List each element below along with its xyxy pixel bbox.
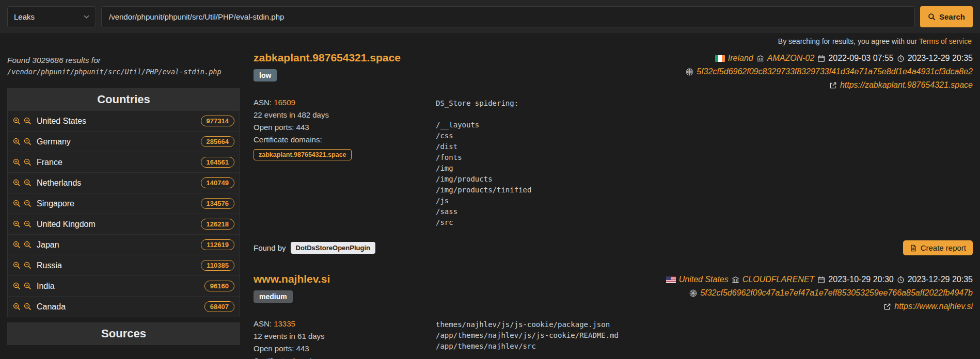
zoom-in-icon[interactable] xyxy=(13,138,21,145)
external-link-icon xyxy=(883,303,891,311)
country-name: Japan xyxy=(37,240,198,250)
zoom-out-icon[interactable] xyxy=(24,200,31,207)
fingerprint-link[interactable]: 5f32cf5d6962f09c47a1e7ef47a1e7eff8530532… xyxy=(700,286,973,300)
certificate-domains-label: Certificate domains: xyxy=(254,135,436,144)
result-body-text: DS_Store spidering: /__layouts /css /dis… xyxy=(436,98,531,228)
search-button-label: Search xyxy=(939,12,965,21)
country-flag-icon xyxy=(666,276,676,283)
calendar-icon xyxy=(817,276,825,284)
country-flag-icon xyxy=(715,55,725,62)
country-row: Netherlands 140749 xyxy=(8,172,240,193)
zoom-out-icon[interactable] xyxy=(24,262,31,269)
zoom-in-icon[interactable] xyxy=(13,200,21,207)
zoom-in-icon[interactable] xyxy=(13,282,21,290)
result-org-link[interactable]: AMAZON-02 xyxy=(767,52,815,65)
zoom-out-icon[interactable] xyxy=(24,282,31,290)
result-url-link[interactable]: https://www.najhlev.si xyxy=(894,300,973,313)
country-count-badge: 68407 xyxy=(204,301,234,312)
terms-text: By searching for results, you agree with… xyxy=(778,37,917,45)
countries-panel-header: Countries xyxy=(8,89,240,110)
search-query-echo: /vendor/phpunit/phpunit/src/Util/PHP/eva… xyxy=(7,68,240,76)
result-title-link[interactable]: www.najhlev.si xyxy=(254,273,330,285)
country-name: United States xyxy=(37,117,198,126)
country-count-badge: 112619 xyxy=(201,239,234,250)
terms-link[interactable]: Terms of service xyxy=(919,37,972,45)
open-ports-text: Open ports: 443 xyxy=(254,344,436,353)
first-seen-date: 2022-09-03 07:55 xyxy=(828,52,893,65)
country-count-badge: 977314 xyxy=(201,116,234,126)
country-count-badge: 96160 xyxy=(204,281,234,291)
asn-link[interactable]: 13335 xyxy=(274,319,295,328)
country-row: Singapore 134576 xyxy=(8,193,240,214)
found-by: Found by DotDsStoreOpenPlugin xyxy=(254,242,375,254)
events-text: 22 events in 482 days xyxy=(254,110,436,119)
zoom-in-icon[interactable] xyxy=(13,179,21,187)
country-row: Japan 112619 xyxy=(8,234,240,255)
fingerprint-icon xyxy=(686,68,693,76)
open-ports-text: Open ports: 443 xyxy=(254,123,436,132)
country-name: Canada xyxy=(37,302,201,312)
country-name: Netherlands xyxy=(37,178,198,188)
result-meta: Ireland AMAZON-02 2022-09-03 07:55 2023-… xyxy=(686,52,973,92)
country-name: Germany xyxy=(37,137,198,146)
country-name: Russia xyxy=(37,261,198,270)
search-button[interactable]: Search xyxy=(920,6,973,27)
result-head: zabkaplant.987654321.space low xyxy=(254,52,401,81)
result-title-link[interactable]: zabkaplant.987654321.space xyxy=(254,52,401,64)
severity-badge: medium xyxy=(254,290,293,303)
search-bar: Leaks Search xyxy=(0,0,980,34)
plugin-badge: DotDsStoreOpenPlugin xyxy=(291,242,375,254)
result-country-link[interactable]: United States xyxy=(679,273,729,286)
zoom-in-icon[interactable] xyxy=(13,158,21,166)
zoom-out-icon[interactable] xyxy=(24,241,31,249)
result-body-text: themes/najhlev/js/js-cookie/package.json… xyxy=(436,319,619,359)
result-org-link[interactable]: CLOUDFLARENET xyxy=(742,273,815,286)
last-seen-date: 2023-12-29 20:35 xyxy=(908,52,973,65)
zoom-out-icon[interactable] xyxy=(24,303,31,311)
country-name: United Kingdom xyxy=(37,220,198,229)
sidebar: Found 3029686 results for /vendor/phpuni… xyxy=(7,52,240,359)
asn-link[interactable]: 16509 xyxy=(274,98,295,107)
zoom-out-icon[interactable] xyxy=(24,179,31,187)
country-name: France xyxy=(37,158,198,167)
zoom-out-icon[interactable] xyxy=(24,138,31,145)
calendar-icon xyxy=(817,55,825,62)
search-input[interactable] xyxy=(101,6,915,27)
found-by-label: Found by xyxy=(254,243,286,252)
create-report-button[interactable]: Create report xyxy=(903,240,973,255)
asn-label: ASN: xyxy=(254,319,272,328)
results-list: zabkaplant.987654321.space low Ireland A… xyxy=(254,52,973,359)
result-card: zabkaplant.987654321.space low Ireland A… xyxy=(254,52,973,255)
country-row: France 164561 xyxy=(8,152,240,172)
zoom-out-icon[interactable] xyxy=(24,220,31,228)
country-count-badge: 126218 xyxy=(201,219,234,230)
result-head: www.najhlev.si medium xyxy=(254,273,330,303)
result-card: www.najhlev.si medium United States CLOU… xyxy=(254,273,973,359)
country-count-badge: 164561 xyxy=(201,157,234,168)
zoom-in-icon[interactable] xyxy=(13,220,21,228)
asn-label: ASN: xyxy=(254,98,272,107)
clock-icon xyxy=(897,55,905,62)
severity-badge: low xyxy=(254,69,277,81)
result-country-link[interactable]: Ireland xyxy=(728,52,753,65)
zoom-out-icon[interactable] xyxy=(24,158,31,166)
zoom-in-icon[interactable] xyxy=(13,262,21,269)
external-link-icon xyxy=(829,81,837,89)
country-count-badge: 134576 xyxy=(201,198,234,209)
certificate-domain-badge[interactable]: zabkaplant.987654321.space xyxy=(254,149,352,160)
country-name: India xyxy=(37,282,201,291)
certificate-domains-label: Certificate domains: xyxy=(254,356,436,359)
country-count-badge: 110385 xyxy=(201,260,234,271)
category-select[interactable]: Leaks xyxy=(7,6,96,27)
zoom-in-icon[interactable] xyxy=(13,241,21,249)
result-url-link[interactable]: https://zabkaplant.987654321.space xyxy=(840,78,973,92)
zoom-out-icon[interactable] xyxy=(24,117,31,125)
result-meta: United States CLOUDFLARENET 2023-10-29 2… xyxy=(666,273,973,313)
fingerprint-icon xyxy=(689,289,697,297)
result-details: ASN: 13335 12 events in 61 days Open por… xyxy=(254,319,436,359)
fingerprint-link[interactable]: 5f32cf5d6962f09c8329733f8329733f41d34e71… xyxy=(697,65,973,78)
clock-icon xyxy=(897,276,905,284)
first-seen-date: 2023-10-29 20:30 xyxy=(828,273,893,286)
zoom-in-icon[interactable] xyxy=(13,303,21,311)
zoom-in-icon[interactable] xyxy=(13,117,21,125)
